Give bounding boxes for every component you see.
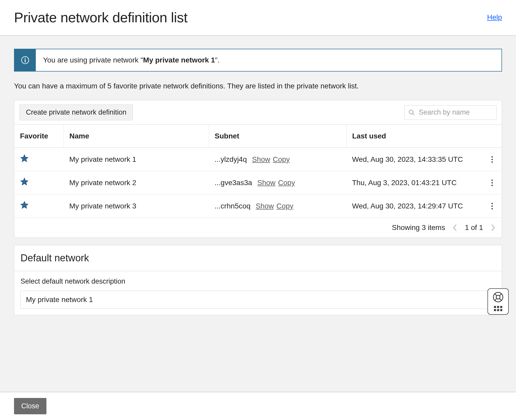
- help-floating-widget[interactable]: [487, 288, 509, 315]
- main-content: You are using private network "My privat…: [0, 36, 516, 394]
- svg-line-20: [500, 293, 502, 296]
- next-page-button[interactable]: [490, 224, 496, 231]
- lifebuoy-icon: [492, 291, 504, 303]
- favorite-star-icon[interactable]: [20, 201, 29, 209]
- info-banner-text: You are using private network "My privat…: [36, 49, 227, 71]
- row-last-used: Thu, Aug 3, 2023, 01:43:21 UTC: [352, 179, 457, 187]
- col-header-lastused[interactable]: Last used: [346, 125, 502, 148]
- default-network-select[interactable]: My private network 1: [20, 291, 496, 309]
- table-row: My private network 1...ylzdyj4qShowCopyW…: [14, 148, 502, 171]
- show-subnet-link[interactable]: Show: [256, 202, 274, 210]
- page-header: Private network definition list Help: [0, 0, 516, 36]
- svg-point-3: [409, 110, 413, 114]
- network-table-panel: Create private network definition Favori…: [14, 100, 502, 238]
- row-last-used: Wed, Aug 30, 2023, 14:33:35 UTC: [352, 155, 463, 163]
- copy-subnet-link[interactable]: Copy: [278, 179, 295, 187]
- network-table: Favorite Name Subnet Last used My privat…: [14, 125, 502, 218]
- search-icon: [408, 109, 415, 116]
- col-header-subnet[interactable]: Subnet: [209, 125, 346, 148]
- row-name: My private network 1: [69, 155, 136, 163]
- chevron-left-icon: [452, 224, 458, 231]
- subnet-fragment: ...gve3as3a: [215, 179, 252, 187]
- row-menu-button[interactable]: [488, 154, 496, 165]
- subnet-fragment: ...ylzdyj4q: [215, 155, 247, 163]
- svg-point-14: [491, 203, 493, 204]
- page-title: Private network definition list: [14, 9, 188, 25]
- svg-point-11: [491, 182, 493, 183]
- svg-line-21: [494, 299, 497, 301]
- page-indicator: 1 of 1: [465, 223, 483, 232]
- svg-marker-13: [21, 201, 28, 208]
- row-menu-button[interactable]: [488, 178, 496, 188]
- table-toolbar: Create private network definition: [14, 100, 502, 125]
- favorite-star-icon[interactable]: [20, 177, 29, 186]
- search-field-wrapper[interactable]: [404, 105, 497, 120]
- svg-rect-2: [25, 59, 25, 62]
- svg-line-22: [500, 299, 502, 301]
- info-prefix: You are using private network ": [43, 56, 143, 64]
- svg-line-19: [494, 293, 497, 296]
- svg-point-1: [25, 58, 26, 59]
- showing-count: Showing 3 items: [392, 223, 445, 232]
- subnet-fragment: ...crhn5coq: [215, 202, 251, 210]
- col-header-favorite[interactable]: Favorite: [14, 125, 64, 148]
- show-subnet-link[interactable]: Show: [257, 179, 276, 187]
- info-banner: You are using private network "My privat…: [14, 49, 502, 72]
- default-network-panel: Default network Select default network d…: [14, 245, 502, 315]
- svg-point-7: [491, 159, 493, 160]
- svg-line-4: [412, 113, 414, 115]
- info-network-name: My private network 1: [143, 56, 215, 64]
- help-link[interactable]: Help: [487, 13, 502, 22]
- row-last-used: Wed, Aug 30, 2023, 14:29:47 UTC: [352, 202, 463, 210]
- col-header-name[interactable]: Name: [64, 125, 209, 148]
- svg-point-8: [491, 161, 493, 163]
- chevron-right-icon: [490, 224, 496, 231]
- info-icon: [15, 49, 36, 71]
- default-network-select-label: Select default network description: [20, 277, 496, 285]
- grid-icon: [494, 306, 502, 311]
- row-name: My private network 3: [69, 202, 136, 210]
- svg-point-16: [491, 208, 493, 209]
- favorite-star-icon[interactable]: [20, 154, 29, 163]
- svg-marker-5: [21, 155, 28, 162]
- show-subnet-link[interactable]: Show: [252, 155, 270, 163]
- row-menu-button[interactable]: [488, 201, 496, 211]
- prev-page-button[interactable]: [452, 224, 458, 231]
- svg-point-10: [491, 179, 493, 181]
- svg-marker-9: [21, 178, 28, 185]
- copy-subnet-link[interactable]: Copy: [277, 202, 293, 210]
- default-network-selected-value: My private network 1: [26, 296, 93, 304]
- svg-point-12: [491, 185, 493, 186]
- close-button[interactable]: Close: [14, 398, 46, 414]
- svg-point-6: [491, 156, 493, 157]
- pagination-bar: Showing 3 items 1 of 1: [14, 218, 502, 237]
- copy-subnet-link[interactable]: Copy: [273, 155, 290, 163]
- row-name: My private network 2: [69, 179, 136, 187]
- limit-description: You can have a maximum of 5 favorite pri…: [14, 82, 502, 90]
- svg-point-15: [491, 205, 493, 207]
- footer-bar: Close: [0, 392, 516, 420]
- search-input[interactable]: [418, 108, 507, 117]
- svg-point-18: [496, 295, 500, 299]
- default-network-heading: Default network: [14, 245, 502, 271]
- info-suffix: ".: [215, 56, 220, 64]
- create-network-button[interactable]: Create private network definition: [19, 104, 133, 120]
- table-row: My private network 3...crhn5coqShowCopyW…: [14, 194, 502, 218]
- table-row: My private network 2...gve3as3aShowCopyT…: [14, 171, 502, 194]
